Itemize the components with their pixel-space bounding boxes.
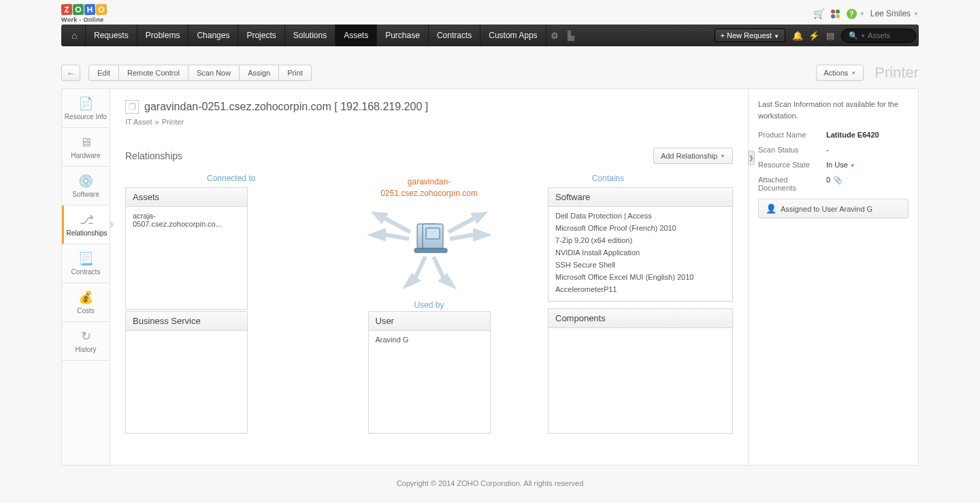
svg-rect-19 <box>426 228 440 239</box>
product-name-key: Product Name <box>758 131 826 139</box>
new-request-button[interactable]: + New Request▼ <box>715 29 785 42</box>
list-item[interactable]: Microsoft Office Excel MUI (English) 201… <box>555 271 725 283</box>
list-item[interactable]: Microsoft Office Proof (French) 2010 <box>555 222 725 234</box>
nav-calendar-icon[interactable]: ▤ <box>822 31 838 41</box>
side-tab-label: Relationships <box>66 229 107 237</box>
user-caret-icon: ▼ <box>913 11 919 17</box>
card-software: Software Dell Data Protection | AccessMi… <box>548 187 733 302</box>
card-assets: Assets acraja-0507.csez.zohocorpin.co... <box>125 187 248 310</box>
side-tab-label: History <box>75 346 96 353</box>
page-type-label: Printer <box>875 64 919 82</box>
logo-letter: H <box>84 4 96 16</box>
svg-line-7 <box>450 235 473 239</box>
nav-item-requests[interactable]: Requests <box>86 25 137 46</box>
side-tab-resource-info[interactable]: 📄Resource Info <box>62 89 110 128</box>
software-icon: 💿 <box>78 174 93 189</box>
actions-dropdown[interactable]: Actions▼ <box>816 65 864 81</box>
side-tab-contracts[interactable]: 📃Contracts <box>62 244 110 283</box>
nav-item-changes[interactable]: Changes <box>189 25 238 46</box>
contracts-icon: 📃 <box>78 251 93 266</box>
card-sw-header: Software <box>549 188 732 207</box>
attach-icon: 📎 <box>833 176 843 184</box>
svg-line-9 <box>385 218 410 232</box>
breadcrumb: IT Asset»Printer <box>125 118 733 126</box>
relationships-heading: Relationships <box>125 150 182 161</box>
nav-bell-icon[interactable]: 🔔 <box>789 31 806 41</box>
add-relationship-button[interactable]: Add Relationship▼ <box>653 148 733 164</box>
label-connected-to: Connected to <box>207 174 255 183</box>
nav-item-purchase[interactable]: Purchase <box>377 25 429 46</box>
svg-point-0 <box>831 10 835 14</box>
list-item[interactable]: 7-Zip 9.20 (x64 edition) <box>555 234 725 246</box>
side-tab-hardware[interactable]: 🖥Hardware <box>62 128 110 167</box>
scan-status-value: - <box>826 146 829 154</box>
list-item[interactable]: Dell Data Protection | Access <box>555 210 725 222</box>
scan-status-key: Scan Status <box>758 146 826 154</box>
nav-bolt-icon[interactable]: ⚡ <box>806 31 822 41</box>
svg-line-11 <box>448 218 474 232</box>
nav-item-custom-apps[interactable]: Custom Apps <box>480 25 546 46</box>
nav-item-problems[interactable]: Problems <box>137 25 189 46</box>
apps-icon[interactable] <box>830 8 841 19</box>
side-tab-software[interactable]: 💿Software <box>62 167 110 206</box>
side-tab-label: Costs <box>77 307 95 314</box>
list-item[interactable]: acraja-0507.csez.zohocorpin.co... <box>133 210 240 230</box>
center-asset-name: garavindan-0251.csez.zohocorpin.com <box>361 176 497 199</box>
attached-docs-value[interactable]: 0📎 <box>826 176 843 192</box>
help-icon[interactable]: ? <box>847 9 857 19</box>
nav-gear-icon[interactable]: ⚙ <box>546 31 563 41</box>
nav-home-icon[interactable]: ⌂ <box>64 25 86 46</box>
nav-search-input[interactable] <box>868 31 909 39</box>
list-item[interactable]: NVIDIA Install Application <box>555 246 725 259</box>
history-icon: ↻ <box>78 329 93 344</box>
list-item[interactable]: Aravind G <box>376 334 483 346</box>
nav-item-projects[interactable]: Projects <box>238 25 284 46</box>
svg-line-15 <box>434 257 443 277</box>
relationships-icon: ⎇ <box>80 212 95 227</box>
list-item[interactable]: AccelerometerP11 <box>555 283 725 295</box>
tool-remote-control-button[interactable]: Remote Control <box>119 65 189 81</box>
crumb-type[interactable]: IT Asset <box>125 118 152 126</box>
side-tabs: 📄Resource Info🖥Hardware💿Software⎇Relatio… <box>61 88 110 466</box>
main-nav: ⌂ RequestsProblemsChangesProjectsSolutio… <box>61 25 919 46</box>
label-used-by: Used by <box>414 300 444 310</box>
cart-icon[interactable]: 🛒 <box>814 8 825 19</box>
tool-assign-button[interactable]: Assign <box>240 65 279 81</box>
costs-icon: 💰 <box>78 290 93 305</box>
side-tab-relationships[interactable]: ⎇Relationships <box>62 206 110 244</box>
cube-icon: ❒ <box>125 100 139 114</box>
attached-docs-key: Attached Documents <box>758 176 826 192</box>
card-user-header: User <box>369 312 490 331</box>
side-tab-costs[interactable]: 💰Costs <box>62 283 110 322</box>
right-info-panel: ❯ Last Scan Information not available fo… <box>749 88 919 466</box>
user-name[interactable]: Lee Smiles <box>870 9 911 18</box>
product-name-value: Latitude E6420 <box>826 131 879 139</box>
logo-letter: Z <box>61 4 73 16</box>
nav-item-assets[interactable]: Assets <box>336 25 377 46</box>
chevron-down-icon: ▼ <box>850 163 855 169</box>
tool-scan-now-button[interactable]: Scan Now <box>189 65 240 81</box>
nav-search[interactable]: 🔍▾ <box>841 29 916 43</box>
crumb-sub[interactable]: Printer <box>162 118 184 126</box>
side-tab-label: Contracts <box>71 268 101 276</box>
svg-point-3 <box>836 14 840 18</box>
nav-item-contracts[interactable]: Contracts <box>429 25 480 46</box>
tool-print-button[interactable]: Print <box>279 65 312 81</box>
card-comp-header: Components <box>549 309 732 328</box>
list-item[interactable]: SSH Secure Shell <box>555 259 725 271</box>
assigned-user-box[interactable]: 👤Assigned to User Aravind G <box>758 199 909 218</box>
nav-chart-icon[interactable]: ▙ <box>563 31 579 41</box>
brand-logo[interactable]: ZOHO Work - Online <box>61 4 107 23</box>
panel-expand-handle[interactable]: ❯ <box>748 150 755 165</box>
svg-rect-18 <box>414 248 447 253</box>
nav-item-solutions[interactable]: Solutions <box>285 25 336 46</box>
resource-state-value[interactable]: In Use▼ <box>826 161 855 169</box>
svg-point-1 <box>836 10 840 14</box>
card-business-service: Business Service <box>125 311 248 434</box>
help-caret-icon: ▼ <box>860 11 865 17</box>
search-icon: 🔍 <box>849 31 858 40</box>
side-tab-history[interactable]: ↻History <box>62 322 110 361</box>
tool-edit-button[interactable]: Edit <box>88 65 119 81</box>
side-tab-label: Resource Info <box>65 113 107 120</box>
back-button[interactable]: ← <box>61 65 80 81</box>
